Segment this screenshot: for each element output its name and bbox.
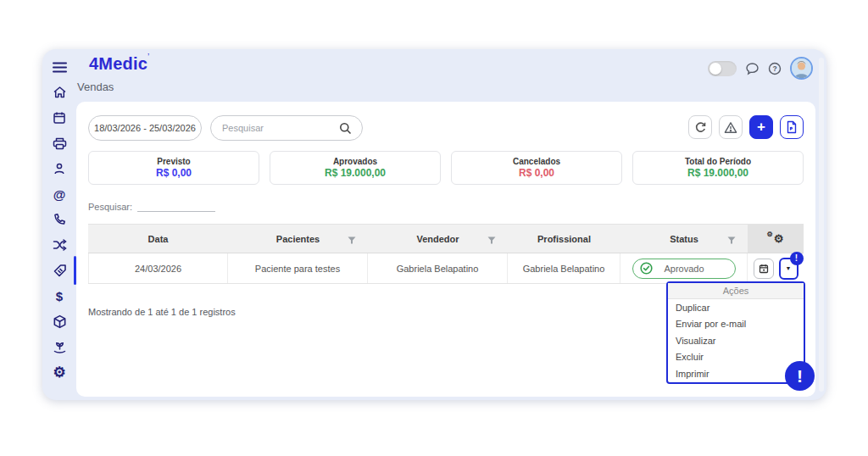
- menu-item-enviar-email[interactable]: Enviar por e-mail: [668, 316, 804, 333]
- calendar-icon: [759, 264, 769, 274]
- sidebar-item-home[interactable]: [42, 80, 76, 105]
- table-search-label: Pesquisar:: [88, 202, 132, 212]
- sidebar-item-patients[interactable]: [42, 156, 76, 181]
- sidebar-item-stock[interactable]: [42, 309, 76, 334]
- check-circle-icon: [640, 262, 653, 275]
- actions-menu: Ações Duplicar Enviar por e-mail Visuali…: [666, 281, 805, 384]
- sidebar-item-billing[interactable]: $: [42, 283, 76, 309]
- column-header-profissional: Profissional: [508, 225, 620, 253]
- menu-item-imprimir[interactable]: Imprimir: [668, 365, 804, 382]
- filter-icon[interactable]: [348, 236, 356, 246]
- topbar-controls: ?: [708, 57, 813, 80]
- column-header-status: Status: [620, 225, 748, 253]
- summary-label: Aprovados: [333, 157, 377, 166]
- summary-value: R$ 0,00: [156, 167, 192, 179]
- sidebar-item-printer[interactable]: [42, 131, 76, 156]
- search-input[interactable]: [222, 123, 341, 133]
- column-header-vendedor: Vendedor: [368, 225, 508, 253]
- cell-status: Aprovado: [620, 253, 748, 283]
- sidebar-item-mentions[interactable]: @: [42, 181, 76, 207]
- app-logo: 4Medic’: [89, 54, 149, 74]
- theme-toggle[interactable]: [708, 61, 737, 76]
- sidebar-item-shuffle[interactable]: [42, 232, 76, 258]
- column-header-data: Data: [88, 225, 228, 253]
- actions-menu-title: Ações: [668, 283, 804, 299]
- summary-card-aprovados: Aprovados R$ 19.000,00: [270, 151, 441, 185]
- screen: @ $ ⚙ 4Medic’: [0, 0, 868, 456]
- toggle-knob: [709, 63, 721, 75]
- toolbar: +: [688, 115, 804, 139]
- report-button[interactable]: [780, 115, 804, 139]
- summary-value: R$ 0,00: [519, 167, 554, 179]
- menu-item-duplicar[interactable]: Duplicar: [668, 299, 804, 316]
- filter-row: 18/03/2026 - 25/03/2026: [88, 115, 363, 141]
- cell-profissional: Gabriela Belapatino: [508, 253, 620, 283]
- schedule-button[interactable]: [754, 259, 774, 279]
- column-settings-gears-icon: ⚙⚙: [768, 233, 784, 244]
- actions-dropdown-button[interactable]: ▼ !: [779, 258, 798, 280]
- summary-value: R$ 19.000,00: [687, 167, 748, 179]
- sidebar: @ $ ⚙: [42, 49, 76, 400]
- search-icon[interactable]: [339, 122, 352, 136]
- sidebar-item-commissions[interactable]: [42, 334, 76, 359]
- cell-pacientes: Paciente para testes: [228, 253, 368, 283]
- status-label: Aprovado: [665, 264, 704, 274]
- table-row[interactable]: 24/03/2026 Paciente para testes Gabriela…: [88, 253, 804, 284]
- caret-down-icon: ▼: [786, 265, 792, 271]
- table-header: Data Pacientes Vendedor Profissional Sta…: [88, 224, 804, 253]
- chat-icon[interactable]: [745, 62, 760, 75]
- cell-data: 24/03/2026: [88, 253, 228, 283]
- table-search: Pesquisar:: [88, 200, 215, 212]
- app-window: @ $ ⚙ 4Medic’: [42, 49, 826, 400]
- user-avatar[interactable]: [790, 57, 813, 80]
- summary-card-total: Total do Período R$ 19.000,00: [632, 151, 804, 185]
- summary-card-previsto: Previsto R$ 0,00: [88, 151, 259, 185]
- sidebar-item-calendar[interactable]: [42, 105, 76, 131]
- date-range-value: 18/03/2026 - 25/03/2026: [94, 123, 196, 133]
- svg-text:?: ?: [772, 64, 776, 73]
- summary-label: Previsto: [157, 157, 190, 166]
- add-button[interactable]: +: [749, 115, 773, 139]
- alert-button[interactable]: [719, 115, 743, 139]
- cell-vendedor: Gabriela Belapatino: [368, 253, 508, 283]
- summary-value: R$ 19.000,00: [325, 167, 386, 179]
- tutorial-alert-badge: !: [790, 252, 804, 265]
- page-title: Vendas: [77, 81, 114, 93]
- menu-item-visualizar[interactable]: Visualizar: [668, 332, 804, 349]
- tutorial-alert-circle: !: [785, 361, 815, 391]
- status-badge: Aprovado: [632, 259, 736, 279]
- filter-icon[interactable]: [487, 236, 496, 246]
- summary-label: Total do Período: [685, 157, 751, 166]
- content-card: 18/03/2026 - 25/03/2026 +: [76, 102, 815, 397]
- summary-cards: Previsto R$ 0,00 Aprovados R$ 19.000,00 …: [88, 151, 804, 185]
- records-count-text: Mostrando de 1 até 1 de 1 registros: [88, 307, 236, 317]
- sidebar-item-phone[interactable]: [42, 207, 76, 232]
- summary-card-cancelados: Cancelados R$ 0,00: [451, 151, 622, 185]
- column-settings-button[interactable]: ⚙⚙: [748, 225, 804, 253]
- table-search-input[interactable]: [137, 200, 215, 212]
- scrollbar[interactable]: [819, 58, 824, 392]
- refresh-button[interactable]: [688, 115, 712, 139]
- column-header-pacientes: Pacientes: [228, 225, 368, 253]
- menu-icon[interactable]: [42, 54, 76, 80]
- sidebar-item-sales[interactable]: [42, 258, 76, 283]
- sales-table: Data Pacientes Vendedor Profissional Sta…: [88, 224, 804, 284]
- cell-actions: ▼ !: [748, 253, 804, 283]
- date-range-picker[interactable]: 18/03/2026 - 25/03/2026: [88, 115, 202, 141]
- menu-item-excluir[interactable]: Excluir: [668, 349, 804, 366]
- filter-icon[interactable]: [727, 236, 736, 246]
- help-icon[interactable]: ?: [768, 62, 782, 75]
- sidebar-item-settings[interactable]: ⚙: [42, 359, 76, 385]
- add-button-label: +: [757, 119, 765, 136]
- search-box: [210, 115, 363, 141]
- summary-label: Cancelados: [513, 157, 560, 166]
